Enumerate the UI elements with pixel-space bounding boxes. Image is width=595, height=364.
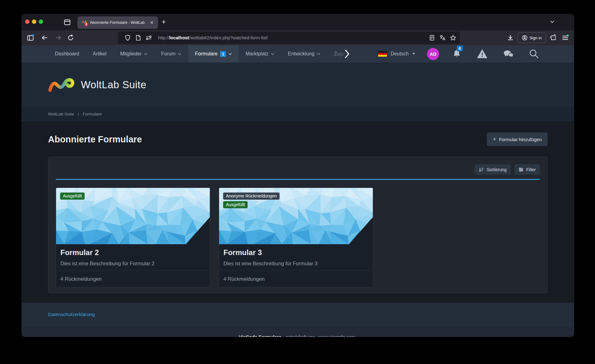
- privacy-link[interactable]: Datenschutzerklärung: [48, 312, 95, 317]
- url-bar[interactable]: http://localhost/woltlab62/index.php?wat…: [118, 32, 460, 44]
- form-card-description: Dies ist eine Beschreibung für Formular …: [60, 259, 205, 267]
- permissions-icon[interactable]: [146, 35, 152, 41]
- form-card-meta: 4 Rückmeldungen: [56, 271, 210, 287]
- url-text[interactable]: http://localhost/woltlab62/index.php?wat…: [158, 35, 429, 40]
- brand-title[interactable]: WoltLab Suite: [81, 79, 146, 91]
- shield-icon[interactable]: [125, 35, 131, 41]
- bookmark-star-icon[interactable]: [450, 35, 456, 41]
- nav-item-artikel[interactable]: Artikel: [86, 45, 113, 63]
- form-card-image: Ausgefüllt: [56, 188, 210, 244]
- site-content: Dashboard Artikel Mitglieder Forum Formu…: [22, 45, 574, 337]
- menu-icon[interactable]: [562, 34, 569, 41]
- copyright-text: - entwickelt von: [283, 334, 315, 337]
- status-badge-ausgefuellt: Ausgefüllt: [60, 193, 85, 200]
- form-card-formular-2[interactable]: Ausgefüllt Formular 2 Dies ist eine Besc…: [56, 188, 210, 287]
- sort-button[interactable]: Sortierung: [475, 164, 511, 175]
- reload-icon[interactable]: [67, 34, 74, 41]
- form-card-title[interactable]: Formular 3: [223, 248, 368, 257]
- search-icon[interactable]: [529, 48, 539, 59]
- notifications-bell-icon[interactable]: 6: [452, 48, 462, 59]
- sign-in-label: Sign in: [529, 36, 542, 40]
- translate-icon[interactable]: [439, 35, 446, 41]
- chevron-down-icon: [178, 53, 181, 55]
- woltlab-logo[interactable]: [48, 76, 77, 94]
- forms-panel: Sortierung Filter Ausgefüllt: [48, 157, 548, 293]
- form-card-image: Anonyme Rückmeldungen Ausgefüllt: [219, 188, 373, 244]
- chevron-down-icon: [144, 53, 148, 55]
- account-icon: [522, 35, 527, 41]
- reader-mode-icon[interactable]: [429, 35, 435, 41]
- add-form-button[interactable]: +Formular hinzufügen: [487, 132, 548, 146]
- maximize-window-button[interactable]: [39, 20, 43, 24]
- forward-icon[interactable]: [55, 34, 62, 41]
- sign-in-button[interactable]: Sign in: [518, 32, 546, 43]
- nav-right-group: Deutsch AD 6: [378, 45, 574, 63]
- main-content: Abonnierte Formulare +Formular hinzufüge…: [22, 121, 574, 303]
- browser-window: 6 Abonnierte Formulare - WoltLab ✕ +: [22, 14, 574, 337]
- plus-icon: +: [493, 136, 496, 143]
- firefox-view-icon[interactable]: [64, 19, 71, 26]
- tab-title: Abonnierte Formulare - WoltLab: [90, 20, 149, 25]
- language-selector[interactable]: Deutsch: [378, 51, 415, 57]
- copyright-link[interactable]: www.viecode.com: [318, 334, 355, 337]
- breadcrumb-separator: /: [78, 112, 79, 116]
- form-card-title[interactable]: Formular 2: [60, 248, 205, 257]
- active-tab-underline: [56, 179, 540, 180]
- page-title: Abonnierte Formulare: [48, 134, 142, 145]
- close-window-button[interactable]: [25, 20, 29, 24]
- avatar[interactable]: AD: [427, 48, 439, 60]
- breadcrumb: WoltLab Suite / Formulare: [22, 107, 574, 121]
- new-tab-button[interactable]: +: [162, 19, 166, 25]
- site-header: WoltLab Suite: [22, 63, 574, 107]
- conversations-icon[interactable]: [503, 48, 514, 59]
- form-card-description: Dies ist eine Beschreibung für Formular …: [223, 259, 368, 267]
- nav-item-entwicklung[interactable]: Entwicklung: [281, 45, 327, 63]
- tab-favicon: 6: [81, 20, 87, 25]
- german-flag-icon: [378, 51, 387, 57]
- tab-notification-badge: 6: [84, 22, 88, 26]
- sort-icon: [479, 167, 484, 172]
- form-card-meta: 4 Rückmeldungen: [219, 271, 373, 287]
- notification-count-badge: 6: [457, 46, 463, 51]
- badge-anonyme-rueckmeldungen: Anonyme Rückmeldungen: [223, 193, 280, 200]
- caret-down-icon: [412, 53, 415, 55]
- form-card-formular-3[interactable]: Anonyme Rückmeldungen Ausgefüllt Formula…: [219, 188, 373, 287]
- page-info-icon[interactable]: [135, 35, 141, 41]
- downloads-icon[interactable]: [507, 34, 514, 41]
- chevron-down-icon: [228, 53, 232, 55]
- browser-tab[interactable]: 6 Abonnierte Formulare - WoltLab ✕: [77, 16, 158, 29]
- browser-toolbar: http://localhost/woltlab62/index.php?wat…: [22, 30, 574, 45]
- footer-links: Datenschutzerklärung: [22, 303, 574, 326]
- tab-close-icon[interactable]: ✕: [150, 20, 154, 25]
- nav-item-dashboard[interactable]: Dashboard: [48, 45, 86, 63]
- breadcrumb-current[interactable]: Formulare: [83, 112, 102, 116]
- browser-tab-bar: 6 Abonnierte Formulare - WoltLab ✕ +: [22, 14, 574, 30]
- filter-button[interactable]: Filter: [514, 164, 540, 175]
- footer-copyright: VieCode Formulare - entwickelt von www.v…: [22, 326, 574, 337]
- copyright-brand: VieCode Formulare: [239, 334, 281, 337]
- chevron-down-icon: [317, 53, 320, 55]
- nav-item-truncated[interactable]: Zuga: [327, 45, 348, 63]
- status-badge-ausgefuellt: Ausgefüllt: [223, 201, 248, 208]
- filter-icon: [518, 167, 523, 172]
- nav-item-formulare[interactable]: Formulare1: [188, 45, 239, 63]
- nav-item-marktplatz[interactable]: Marktplatz: [239, 45, 281, 63]
- moderation-warning-icon[interactable]: [477, 48, 487, 59]
- language-label: Deutsch: [390, 51, 409, 57]
- nav-item-forum[interactable]: Forum: [154, 45, 188, 63]
- main-nav: Dashboard Artikel Mitglieder Forum Formu…: [22, 45, 574, 63]
- minimize-window-button[interactable]: [32, 20, 36, 24]
- sidebar-icon[interactable]: [27, 34, 34, 41]
- nav-item-mitglieder[interactable]: Mitglieder: [113, 45, 154, 63]
- breadcrumb-home[interactable]: WoltLab Suite: [48, 112, 74, 116]
- back-icon[interactable]: [41, 34, 48, 41]
- chevron-down-icon: [271, 53, 274, 55]
- window-controls[interactable]: [25, 20, 43, 24]
- extensions-icon[interactable]: [549, 34, 557, 41]
- tab-overflow-chevron-icon[interactable]: [550, 19, 555, 24]
- formulare-count-badge: 1: [220, 51, 226, 57]
